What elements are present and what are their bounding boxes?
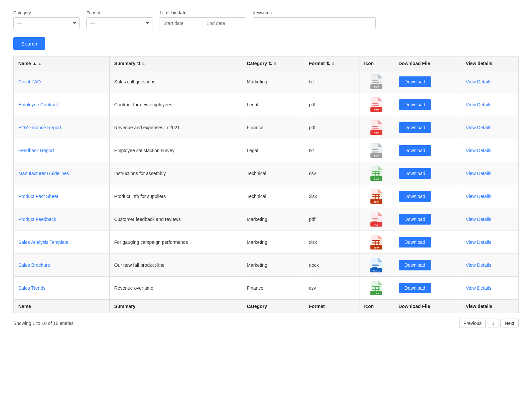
svg-rect-27 — [372, 194, 380, 195]
cell-name: Client FAQ — [14, 70, 110, 93]
footer-name: Name — [14, 300, 110, 313]
cell-summary: Customer feedback and reviews — [109, 208, 242, 231]
cell-name: EOY Finance Report — [14, 116, 110, 139]
cell-summary: Our new fall product line — [109, 254, 242, 277]
end-date-input[interactable] — [203, 17, 246, 29]
view-details-link[interactable]: View Details — [466, 102, 491, 107]
view-details-link[interactable]: View Details — [466, 125, 491, 130]
cell-icon: CSV — [359, 162, 394, 185]
svg-rect-22 — [372, 175, 380, 175]
view-details-link[interactable]: View Details — [466, 79, 491, 84]
cell-format: docx — [304, 254, 359, 277]
footer-category: Category — [242, 300, 304, 313]
svg-rect-0 — [372, 80, 378, 81]
svg-text:CSV: CSV — [374, 292, 379, 295]
download-button[interactable]: Download — [399, 237, 431, 247]
svg-text:PDF: PDF — [374, 132, 379, 135]
file-icon-container: CSV — [364, 281, 389, 295]
svg-text:CSV: CSV — [374, 177, 379, 180]
cell-icon: DOCX — [359, 254, 394, 277]
pagination-area: Showing 1 to 10 of 10 entries Previous 1… — [13, 319, 519, 328]
cell-view-details: View Details — [461, 277, 518, 300]
svg-rect-11 — [372, 128, 379, 129]
start-date-input[interactable] — [160, 17, 203, 29]
download-button[interactable]: Download — [399, 76, 431, 87]
cell-format: txt — [304, 139, 359, 162]
doc-name-link[interactable]: Product Feedback — [18, 217, 56, 222]
doc-name-link[interactable]: EOY Finance Report — [18, 125, 61, 130]
cell-summary: Instructions for assembly — [109, 162, 242, 185]
cell-name: Sales Brochure — [14, 254, 110, 277]
doc-name-link[interactable]: Product Fact Sheet — [18, 194, 58, 199]
category-label: Category — [13, 10, 80, 15]
table-row: Sales Analysis Template For gauging camp… — [14, 231, 519, 254]
cell-icon: TXT — [359, 70, 394, 93]
table-row: Sales Brochure Our new fall product line… — [14, 254, 519, 277]
doc-name-link[interactable]: Feedback Report — [18, 148, 54, 153]
doc-name-link[interactable]: Sales Trends — [18, 285, 46, 291]
doc-name-link[interactable]: Employee Contract — [18, 102, 58, 107]
col-summary[interactable]: Summary ⇅ — [109, 57, 242, 70]
col-category[interactable]: Category ⇅ — [242, 57, 304, 70]
download-button[interactable]: Download — [399, 191, 431, 202]
footer-summary: Summary — [109, 300, 242, 313]
svg-text:DOCX: DOCX — [373, 269, 380, 272]
doc-name-link[interactable]: Client FAQ — [18, 79, 41, 84]
download-button[interactable]: Download — [399, 283, 431, 293]
category-filter-group: Category — — [13, 10, 80, 29]
file-icon-container: XL5X — [364, 189, 389, 204]
cell-category: Marketing — [242, 254, 304, 277]
footer-download: Download File — [394, 300, 461, 313]
cell-summary: Revenue and expenses in 2021 — [109, 116, 242, 139]
download-button[interactable]: Download — [399, 99, 431, 110]
cell-view-details: View Details — [461, 93, 518, 116]
cell-name: Feedback Report — [14, 139, 110, 162]
view-details-link[interactable]: View Details — [466, 171, 491, 176]
cell-download: Download — [394, 208, 461, 231]
doc-name-link[interactable]: Sales Analysis Template — [18, 240, 68, 245]
cell-format: pdf — [304, 93, 359, 116]
svg-text:TXT: TXT — [374, 154, 379, 157]
doc-name-link[interactable]: Sales Brochure — [18, 262, 50, 268]
view-details-link[interactable]: View Details — [466, 217, 491, 222]
previous-button[interactable]: Previous — [459, 319, 486, 328]
svg-rect-39 — [372, 240, 380, 241]
format-select[interactable]: — — [86, 17, 153, 29]
download-button[interactable]: Download — [399, 122, 431, 133]
cell-name: Product Fact Sheet — [14, 185, 110, 208]
file-icon-container: XL5X — [364, 235, 389, 249]
svg-rect-20 — [372, 171, 380, 172]
category-select[interactable]: — — [13, 17, 80, 29]
date-filter-group: Filter by date: — [160, 10, 246, 29]
download-button[interactable]: Download — [399, 214, 431, 225]
table-row: Manufacturer Guidelines Instructions for… — [14, 162, 519, 185]
keywords-input[interactable] — [253, 17, 376, 29]
svg-rect-46 — [372, 264, 378, 264]
view-details-link[interactable]: View Details — [466, 285, 491, 291]
view-details-link[interactable]: View Details — [466, 148, 491, 153]
file-icon-container: TXT — [364, 74, 389, 89]
doc-name-link[interactable]: Manufacturer Guidelines — [18, 171, 69, 176]
download-button[interactable]: Download — [399, 260, 431, 270]
svg-text:PDF: PDF — [374, 109, 379, 112]
format-label: Format — [86, 10, 153, 15]
download-button[interactable]: Download — [399, 168, 431, 179]
table-row: Product Fact Sheet Product info for supp… — [14, 185, 519, 208]
download-button[interactable]: Download — [399, 145, 431, 156]
cell-name: Sales Trends — [14, 277, 110, 300]
view-details-link[interactable]: View Details — [466, 194, 491, 199]
col-format[interactable]: Format ⇅ — [304, 57, 359, 70]
next-button[interactable]: Next — [500, 319, 519, 328]
view-details-link[interactable]: View Details — [466, 262, 491, 268]
file-icon-container: PDF — [364, 212, 389, 227]
cell-view-details: View Details — [461, 116, 518, 139]
keywords-filter-group: Keywords — [253, 10, 376, 29]
cell-summary: Revenue over time — [109, 277, 242, 300]
cell-name: Manufacturer Guidelines — [14, 162, 110, 185]
view-details-link[interactable]: View Details — [466, 240, 491, 245]
file-icon-container: DOCX — [364, 258, 389, 272]
col-name[interactable]: Name ▲ — [14, 57, 110, 70]
search-button[interactable]: Search — [13, 37, 45, 50]
cell-category: Finance — [242, 277, 304, 300]
svg-rect-10 — [372, 126, 378, 127]
